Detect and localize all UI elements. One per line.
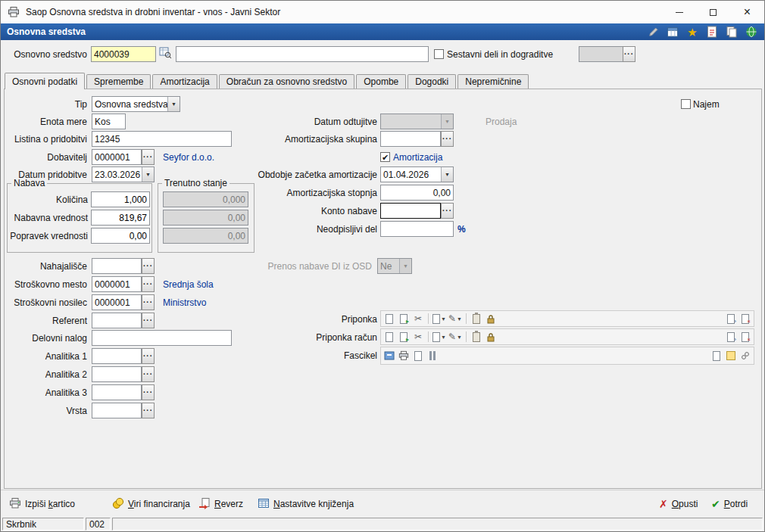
- priponka-scan-icon[interactable]: ✂: [412, 312, 424, 325]
- copy-icon[interactable]: [725, 25, 738, 39]
- amortizacija-checkbox[interactable]: ✔: [380, 152, 390, 162]
- viri-financiranja-button[interactable]: Viri financiranja: [112, 490, 190, 518]
- priponka-racun-lock-icon[interactable]: [485, 330, 497, 344]
- priponka-racun-new-icon[interactable]: [383, 330, 395, 344]
- window-controls: ×: [662, 1, 764, 23]
- tab-nepremicnine[interactable]: Nepremičnine: [457, 74, 529, 89]
- tab-dogodki[interactable]: Dogodki: [407, 74, 456, 89]
- priponka-racun-open-icon[interactable]: ▸: [398, 330, 410, 344]
- nabavna-vrednost-input[interactable]: [91, 210, 150, 226]
- nabava-groupbox: Nabava Količina Nabavna vrednost Poprave…: [7, 183, 152, 253]
- amortizacijska-skupina-input[interactable]: [380, 131, 441, 147]
- tab-amortizacija[interactable]: Amortizacija: [152, 74, 217, 89]
- tip-select[interactable]: Osnovna sredstva▼: [92, 96, 180, 112]
- asset-search-button[interactable]: [159, 47, 172, 61]
- referent-lookup-button[interactable]: ···: [142, 313, 155, 328]
- amortizacijska-skupina-label: Amortizacijska skupina: [243, 131, 377, 147]
- tab-spremembe[interactable]: Spremembe: [86, 74, 151, 89]
- referent-input[interactable]: [92, 313, 142, 328]
- stroskovno-mesto-input[interactable]: [92, 276, 142, 292]
- stroskovni-nosilec-link[interactable]: Ministrstvo: [163, 294, 206, 310]
- fascikel-columns-icon[interactable]: [426, 349, 439, 362]
- tab-obracun[interactable]: Obračun za osnovno sredstvo: [219, 74, 354, 89]
- priponka-racun-save-icon[interactable]: ▼: [432, 330, 446, 344]
- priponka-export-icon[interactable]: ›: [725, 312, 737, 325]
- analitika2-label: Analitika 2: [1, 366, 87, 382]
- najem-checkbox[interactable]: [681, 99, 691, 109]
- dobavitelj-input[interactable]: [92, 149, 142, 165]
- analitika3-lookup-button[interactable]: ···: [142, 384, 155, 400]
- priponka-paste-icon[interactable]: [470, 312, 482, 325]
- priponka-racun-paste-icon[interactable]: [470, 330, 482, 344]
- app-icon: [8, 6, 20, 18]
- priponka-racun-export-icon[interactable]: ›: [725, 330, 737, 344]
- datum-pridobitve-select[interactable]: 23.03.2026▼: [92, 166, 155, 182]
- minimize-button[interactable]: [662, 1, 696, 23]
- izpisi-kartico-button[interactable]: Izpiši kartico: [9, 490, 75, 518]
- enota-mere-label: Enota mere: [1, 114, 87, 129]
- priponka-lock-icon[interactable]: [485, 312, 497, 325]
- analitika2-lookup-button[interactable]: ···: [142, 366, 155, 382]
- nastavitve-knjizenja-button[interactable]: Nastavitve knjiženja: [258, 490, 354, 518]
- dobavitelj-link[interactable]: Seyfor d.o.o.: [163, 149, 214, 165]
- konto-nabave-input[interactable]: [380, 203, 441, 219]
- analitika3-input[interactable]: [92, 384, 142, 400]
- stroskovno-mesto-lookup-button[interactable]: ···: [142, 276, 155, 292]
- vrsta-input[interactable]: [92, 403, 142, 418]
- sestavni-deli-checkbox[interactable]: [434, 49, 444, 59]
- vrsta-lookup-button[interactable]: ···: [142, 403, 155, 418]
- analitika2-input[interactable]: [92, 366, 142, 382]
- close-button[interactable]: ×: [730, 1, 764, 23]
- fascikel-print-icon[interactable]: [398, 349, 410, 362]
- fascikel-doc-icon[interactable]: [412, 349, 424, 362]
- nabavna-vrednost-label: Nabavna vrednost: [11, 210, 88, 226]
- edit-icon[interactable]: [646, 25, 660, 39]
- chevron-down-icon: ▼: [441, 334, 446, 340]
- popravek-vrednosti-input[interactable]: [91, 228, 150, 244]
- fascikel-link-icon[interactable]: [739, 349, 751, 362]
- app-window: Saop Osnovna sredstva in drobni inventar…: [0, 0, 765, 532]
- priponka-edit-icon[interactable]: ✎▼: [448, 312, 462, 325]
- asset-name-input[interactable]: [176, 46, 429, 62]
- stroskovni-nosilec-lookup-button[interactable]: ···: [142, 294, 155, 310]
- priponka-racun-delete-icon[interactable]: ×: [739, 330, 751, 344]
- priponka-delete-icon[interactable]: ×: [739, 312, 751, 325]
- sestavni-deli-lookup-button[interactable]: ···: [623, 46, 635, 62]
- priponka-open-icon[interactable]: ▸: [398, 312, 410, 325]
- fascikel-note-icon[interactable]: [725, 349, 737, 362]
- fascikel-new-doc-icon[interactable]: [710, 349, 723, 362]
- priponka-save-icon[interactable]: ▼: [432, 312, 446, 325]
- analitika1-input[interactable]: [92, 348, 142, 364]
- analitika1-lookup-button[interactable]: ···: [142, 348, 155, 364]
- listina-input[interactable]: [92, 131, 232, 147]
- stroskovni-nosilec-input[interactable]: [92, 294, 142, 310]
- stroskovno-mesto-link[interactable]: Srednja šola: [163, 276, 214, 292]
- priponka-racun-scan-icon[interactable]: ✂: [412, 330, 424, 344]
- kolicina-input[interactable]: [91, 191, 150, 207]
- maximize-button[interactable]: [696, 1, 730, 23]
- opusti-button[interactable]: ✗ Opusti: [659, 490, 698, 518]
- konto-nabave-lookup-button[interactable]: ···: [441, 203, 454, 219]
- reverz-button[interactable]: Reverz: [198, 490, 243, 518]
- fascikel-archive-icon[interactable]: [383, 349, 395, 362]
- web-refresh-icon[interactable]: [745, 25, 758, 39]
- asset-code-input[interactable]: [91, 46, 156, 62]
- export-pdf-icon[interactable]: [705, 25, 719, 39]
- enota-mere-input[interactable]: [92, 114, 126, 129]
- favorites-star-icon[interactable]: ★: [685, 25, 699, 39]
- tab-opombe[interactable]: Opombe: [356, 74, 406, 89]
- obdobje-zacetka-select[interactable]: 01.04.2026▼: [380, 166, 454, 182]
- delovni-nalog-input[interactable]: [92, 330, 232, 346]
- layout-columns-icon[interactable]: [666, 25, 679, 39]
- amortizacijska-skupina-lookup-button[interactable]: ···: [441, 131, 454, 147]
- neodpisljivi-del-input[interactable]: [380, 221, 454, 237]
- tab-osnovni-podatki[interactable]: Osnovni podatki: [5, 73, 85, 89]
- maximize-icon: [710, 9, 717, 16]
- nahajalisce-input[interactable]: [92, 258, 142, 274]
- priponka-racun-edit-icon[interactable]: ✎▼: [448, 330, 462, 344]
- dobavitelj-lookup-button[interactable]: ···: [142, 149, 155, 165]
- amortizacijska-stopnja-input[interactable]: [380, 185, 454, 201]
- priponka-new-icon[interactable]: [383, 312, 395, 325]
- potrdi-button[interactable]: ✔ Potrdi: [711, 490, 748, 518]
- nahajalisce-lookup-button[interactable]: ···: [142, 258, 155, 274]
